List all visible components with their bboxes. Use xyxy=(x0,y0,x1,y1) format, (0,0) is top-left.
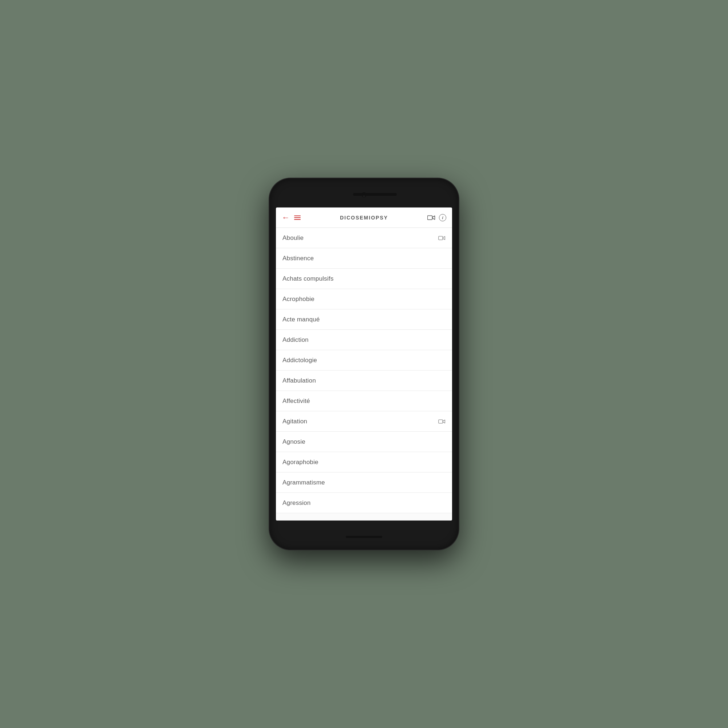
list-item[interactable]: Achats compulsifs xyxy=(276,269,452,289)
list-item[interactable]: Affectivité xyxy=(276,391,452,411)
list-item[interactable]: Affabulation xyxy=(276,370,452,391)
list-item[interactable]: Agnosie xyxy=(276,432,452,452)
list-item-label: Agitation xyxy=(283,418,307,425)
list-item-label: Acrophobie xyxy=(283,295,315,303)
list-item[interactable]: Aboulie xyxy=(276,228,452,248)
list-item[interactable]: Acte manqué xyxy=(276,309,452,330)
video-icon xyxy=(438,236,445,241)
phone-device: ← DICOSEMIOPSY i Aboulie xyxy=(269,178,459,550)
list-item-label: Addiction xyxy=(283,336,309,344)
header-video-icon[interactable] xyxy=(427,215,435,220)
list-item-label: Achats compulsifs xyxy=(283,275,333,283)
app-title: DICOSEMIOPSY xyxy=(301,215,427,220)
list-item-label: Aboulie xyxy=(283,234,304,242)
svg-rect-1 xyxy=(439,236,443,240)
menu-button[interactable] xyxy=(294,216,301,220)
back-button[interactable]: ← xyxy=(282,214,290,222)
list-item-label: Abstinence xyxy=(283,255,314,262)
list-item-label: Affabulation xyxy=(283,377,316,384)
list-item-label: Affectivité xyxy=(283,398,310,405)
list-item-label: Acte manqué xyxy=(283,316,320,323)
phone-screen: ← DICOSEMIOPSY i Aboulie xyxy=(276,208,452,520)
list-item-label: Agoraphobie xyxy=(283,459,318,466)
list-item[interactable]: Agoraphobie xyxy=(276,452,452,473)
phone-speaker-top xyxy=(353,193,397,196)
header-right-controls: i xyxy=(427,214,446,221)
list-item[interactable]: Agitation xyxy=(276,411,452,432)
svg-rect-0 xyxy=(428,216,433,219)
list-item-label: Agrammatisme xyxy=(283,479,325,486)
video-icon xyxy=(438,419,445,424)
phone-speaker-bottom xyxy=(346,536,382,538)
list-item[interactable]: Addiction xyxy=(276,330,452,350)
app-header: ← DICOSEMIOPSY i xyxy=(276,208,452,228)
terms-list: Aboulie AbstinenceAchats compulsifsAcrop… xyxy=(276,228,452,520)
info-button[interactable]: i xyxy=(439,214,446,221)
list-item[interactable]: Addictologie xyxy=(276,350,452,370)
list-item[interactable]: Acrophobie xyxy=(276,289,452,309)
list-item-label: Agnosie xyxy=(283,438,305,445)
list-item[interactable]: Agression xyxy=(276,493,452,513)
list-item[interactable]: Abstinence xyxy=(276,248,452,269)
list-item-label: Addictologie xyxy=(283,357,317,364)
list-item[interactable]: Agrammatisme xyxy=(276,473,452,493)
svg-rect-2 xyxy=(439,420,443,423)
list-item-label: Agression xyxy=(283,499,310,507)
header-left-controls: ← xyxy=(282,214,301,222)
